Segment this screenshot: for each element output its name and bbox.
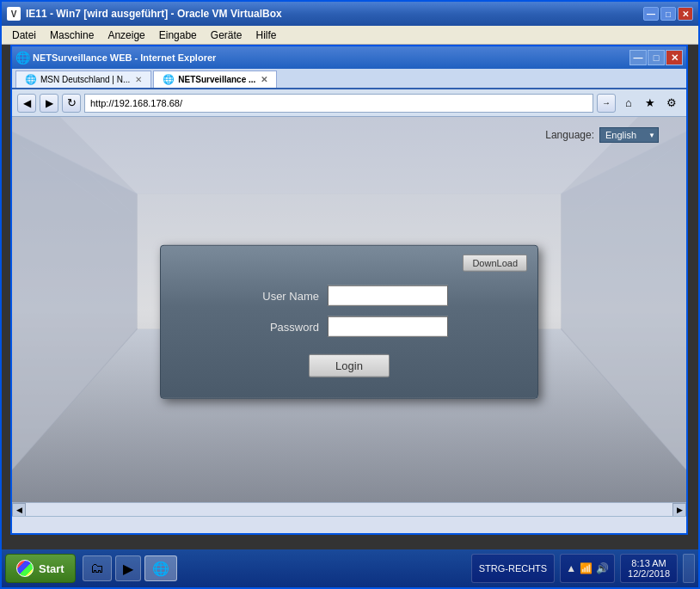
ie-toolbar: ⌂ ★ ⚙ [619,94,681,113]
login-panel: DownLoad User Name Password Login [160,245,538,399]
vbox-titlebar: V IE11 - Win7 [wird ausgeführt] - Oracle… [2,2,698,26]
login-button[interactable]: Login [309,354,390,377]
start-button[interactable]: Start [5,554,76,583]
vbox-menu-geraete[interactable]: Geräte [204,28,249,43]
ie-go-button[interactable]: → [597,94,616,113]
vbox-window-controls: — □ ✕ [643,7,693,21]
ie-tab-icon-0: 🌐 [25,74,37,85]
ie-close-button[interactable]: ✕ [666,50,683,65]
download-button[interactable]: DownLoad [463,255,527,272]
hscroll-left-button[interactable]: ◀ [12,503,26,517]
clock-time: 8:13 AM [631,558,666,568]
ie-tab-close-1[interactable]: ✕ [261,75,267,84]
username-label: User Name [250,289,319,302]
ie-tab-icon-1: 🌐 [163,74,175,85]
ie-tab-0[interactable]: 🌐 MSN Deutschland | N... ✕ [15,71,151,88]
ie-favorites-button[interactable]: ★ [641,94,660,113]
ie-refresh-button[interactable]: ↻ [62,94,81,113]
ie-restore-button[interactable]: □ [648,50,665,65]
net-surveillance-page: ▲ ▼ e f s M Language: English [12,117,686,502]
vbox-menu-hilfe[interactable]: Hilfe [249,28,283,43]
ie-forward-button[interactable]: ▶ [40,94,58,113]
show-desktop-button[interactable] [683,554,695,583]
language-select-wrapper: English Deutsch French Spanish [599,127,659,143]
ie-titlebar: 🌐 NETSurveillance WEB - Internet Explore… [12,46,686,69]
clock-date: 12/2/2018 [628,568,670,579]
hscroll-right-button[interactable]: ▶ [672,503,686,517]
ie-statusbar [12,516,686,533]
ie-back-button[interactable]: ◀ [17,94,36,113]
vbox-maximize-button[interactable]: □ [660,7,676,21]
taskbar-right: STRG-RECHTS ▲ 📶 🔊 8:13 AM 12/2/2018 [471,554,695,583]
ie-tab-label-0: MSN Deutschland | N... [40,75,130,84]
ie-tab-1[interactable]: 🌐 NETSurveillance ... ✕ [153,71,277,88]
ie-horizontal-scrollbar: ◀ ▶ [12,502,686,516]
windows-logo [16,560,34,577]
vbox-menu-eingabe[interactable]: Eingabe [152,28,204,43]
ie-title-icon: 🌐 [15,51,29,64]
virtualbox-window: V IE11 - Win7 [wird ausgeführt] - Oracle… [0,0,700,589]
vbox-menu-maschine[interactable]: Maschine [43,28,101,43]
language-select[interactable]: English Deutsch French Spanish [599,127,659,143]
start-label: Start [39,562,64,575]
language-bar: Language: English Deutsch French Spanish [535,120,669,146]
language-label: Language: [545,129,594,141]
password-label: Password [250,320,319,333]
vbox-content: 🌐 NETSurveillance WEB - Internet Explore… [2,45,698,549]
taskbar-items: 🗂 ▶ 🌐 [83,555,177,581]
password-input[interactable] [328,316,448,337]
password-row: Password [250,316,448,337]
ie-settings-button[interactable]: ⚙ [662,94,681,113]
hscroll-track[interactable] [26,503,672,517]
username-input[interactable] [328,285,448,306]
clock[interactable]: 8:13 AM 12/2/2018 [620,554,678,583]
ie-home-button[interactable]: ⌂ [619,94,638,113]
taskbar-lang-badge: STRG-RECHTS [471,554,555,583]
taskbar-item-files[interactable]: 🗂 [83,555,112,581]
vbox-menu-datei[interactable]: Datei [5,28,43,43]
ie-address-bar[interactable] [84,94,593,113]
vbox-close-button[interactable]: ✕ [678,7,693,21]
tray-network-icon: 📶 [580,562,593,574]
ie-window-controls: — □ ✕ [629,50,683,65]
ie-tabbar: 🌐 MSN Deutschland | N... ✕ 🌐 NETSurveill… [12,69,686,89]
files-icon: 🗂 [90,561,104,576]
username-row: User Name [250,285,448,306]
tray-sound-icon: 🔊 [596,562,609,574]
vbox-menubar: Datei Maschine Anzeige Eingabe Geräte Hi… [2,26,698,45]
login-form: User Name Password Login [178,285,520,377]
tray-icon-1: ▲ [566,562,576,574]
vbox-menu-anzeige[interactable]: Anzeige [101,28,151,43]
vbox-title: IE11 - Win7 [wird ausgeführt] - Oracle V… [26,8,643,20]
ie-window: 🌐 NETSurveillance WEB - Internet Explore… [10,45,688,535]
vbox-icon: V [7,7,21,21]
vbox-minimize-button[interactable]: — [643,7,659,21]
ie-taskbar-icon: 🌐 [152,561,169,577]
ie-tab-close-0[interactable]: ✕ [135,75,142,84]
ie-navbar: ◀ ▶ ↻ → ⌂ ★ ⚙ [12,89,686,117]
ie-title: NETSurveillance WEB - Internet Explorer [33,52,629,63]
login-panel-wrapper: DownLoad User Name Password Login [160,245,538,399]
media-icon: ▶ [123,561,133,577]
ie-tab-label-1: NETSurveillance ... [178,75,255,84]
taskbar: Start 🗂 ▶ 🌐 STRG-RECHTS ▲ 📶 🔊 8:13 AM 12… [2,549,698,587]
ie-minimize-button[interactable]: — [629,50,647,65]
taskbar-item-media[interactable]: ▶ [115,555,141,581]
system-tray: ▲ 📶 🔊 [560,554,615,583]
taskbar-item-ie[interactable]: 🌐 [144,555,177,581]
